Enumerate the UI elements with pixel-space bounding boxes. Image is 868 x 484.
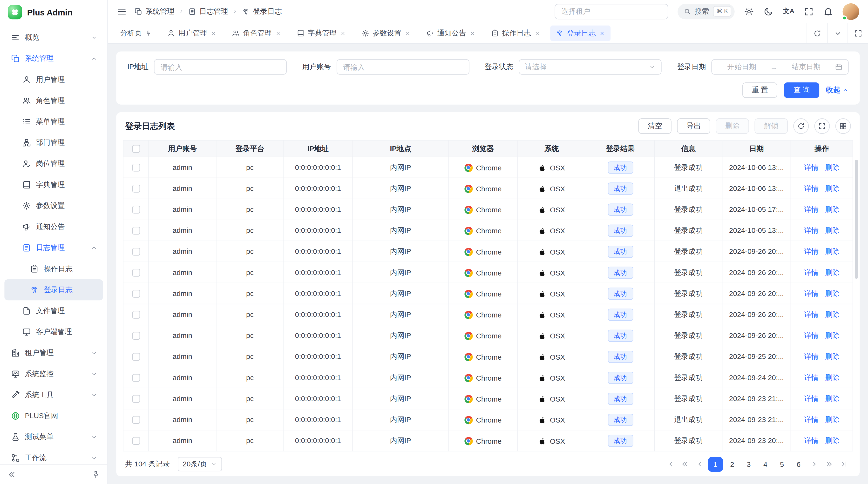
remove-link[interactable]: 删除 <box>825 247 840 255</box>
tab-menu-icon[interactable] <box>827 23 847 43</box>
status-filter-select[interactable]: 请选择 <box>519 59 661 75</box>
row-checkbox[interactable] <box>132 206 140 214</box>
sidebar-item-dict-management[interactable]: 字典管理 <box>4 174 103 195</box>
row-checkbox[interactable] <box>132 374 140 382</box>
collapse-sidebar-icon[interactable] <box>7 470 16 479</box>
sidebar-item-client-management[interactable]: 客户端管理 <box>4 321 103 342</box>
row-checkbox[interactable] <box>132 248 140 256</box>
detail-link[interactable]: 详情 <box>804 268 818 276</box>
remove-link[interactable]: 删除 <box>825 373 840 381</box>
tab-close-icon[interactable] <box>275 30 281 36</box>
breadcrumb-item-log-management[interactable]: 日志管理 <box>188 6 228 16</box>
select-all-checkbox[interactable] <box>132 145 140 153</box>
app-logo[interactable]: Plus Admin <box>0 0 107 24</box>
sidebar-item-test-menu[interactable]: 测试菜单 <box>4 426 103 447</box>
detail-link[interactable]: 详情 <box>804 310 818 318</box>
tab-dict-management[interactable]: 字典管理 <box>291 26 351 41</box>
tab-close-icon[interactable] <box>210 30 216 36</box>
remove-link[interactable]: 删除 <box>825 331 840 339</box>
table-scrollbar[interactable] <box>855 159 858 450</box>
row-checkbox[interactable] <box>132 395 140 403</box>
fullscreen-table-icon[interactable] <box>814 118 830 134</box>
sidebar-item-workflow[interactable]: 工作流 <box>4 448 103 464</box>
unlock-button[interactable]: 解锁 <box>754 118 788 134</box>
sidebar-item-user-management[interactable]: 用户管理 <box>4 69 103 90</box>
maximize-content-icon[interactable] <box>847 23 868 43</box>
remove-link[interactable]: 删除 <box>825 226 840 234</box>
detail-link[interactable]: 详情 <box>804 205 818 213</box>
remove-link[interactable]: 删除 <box>825 415 840 423</box>
next-page-button[interactable] <box>808 457 821 471</box>
delete-button[interactable]: 删除 <box>716 118 749 134</box>
tab-operation-log[interactable]: 操作日志 <box>486 26 546 41</box>
refresh-table-icon[interactable] <box>793 118 809 134</box>
export-button[interactable]: 导出 <box>677 118 710 134</box>
last-page-button[interactable] <box>838 457 851 471</box>
jump-back-button[interactable] <box>678 457 691 471</box>
detail-link[interactable]: 详情 <box>804 394 818 402</box>
row-checkbox[interactable] <box>132 290 140 298</box>
page-6-button[interactable]: 6 <box>791 456 806 472</box>
remove-link[interactable]: 删除 <box>825 310 840 318</box>
dark-mode-icon[interactable] <box>764 6 774 16</box>
detail-link[interactable]: 详情 <box>804 352 818 360</box>
sidebar-item-login-log[interactable]: 登录日志 <box>4 279 103 300</box>
sidebar-item-log-management[interactable]: 日志管理 <box>4 237 103 258</box>
tab-role-management[interactable]: 角色管理 <box>226 26 287 41</box>
first-page-button[interactable] <box>663 457 677 471</box>
tab-close-icon[interactable] <box>469 30 475 36</box>
sidebar-item-system-tools[interactable]: 系统工具 <box>4 384 103 406</box>
settings-icon[interactable] <box>744 6 754 16</box>
page-4-button[interactable]: 4 <box>758 456 773 472</box>
column-settings-icon[interactable] <box>835 118 851 134</box>
sidebar-item-role-management[interactable]: 角色管理 <box>4 90 103 111</box>
jump-forward-button[interactable] <box>823 457 836 471</box>
page-2-button[interactable]: 2 <box>724 456 740 472</box>
remove-link[interactable]: 删除 <box>825 184 840 192</box>
sidebar-item-tenant-management[interactable]: 租户管理 <box>4 343 103 363</box>
date-range-picker[interactable]: 开始日期 → 结束日期 <box>711 59 848 75</box>
page-1-button[interactable]: 1 <box>708 456 723 472</box>
detail-link[interactable]: 详情 <box>804 415 818 423</box>
breadcrumb-item-login-log[interactable]: 登录日志 <box>242 6 282 16</box>
sidebar-item-notice[interactable]: 通知公告 <box>4 216 103 237</box>
row-checkbox[interactable] <box>132 269 140 277</box>
refresh-page-icon[interactable] <box>807 23 827 43</box>
account-filter-input[interactable] <box>337 59 469 75</box>
remove-link[interactable]: 删除 <box>825 268 840 276</box>
avatar[interactable] <box>843 3 859 20</box>
row-checkbox[interactable] <box>132 185 140 193</box>
page-size-select[interactable]: 20条/页 <box>178 457 222 472</box>
tab-analysis[interactable]: 分析页 <box>115 26 157 41</box>
detail-link[interactable]: 详情 <box>804 163 818 171</box>
row-checkbox[interactable] <box>132 353 140 361</box>
row-checkbox[interactable] <box>132 332 140 340</box>
page-5-button[interactable]: 5 <box>774 456 789 472</box>
detail-link[interactable]: 详情 <box>804 436 818 445</box>
pin-sidebar-icon[interactable] <box>91 470 100 479</box>
detail-link[interactable]: 详情 <box>804 373 818 381</box>
row-checkbox[interactable] <box>132 416 140 424</box>
global-search[interactable]: 搜索 ⌘ K <box>678 4 735 19</box>
tab-close-icon[interactable] <box>534 30 540 36</box>
clear-button[interactable]: 清空 <box>638 118 672 134</box>
remove-link[interactable]: 删除 <box>825 205 840 213</box>
tab-login-log[interactable]: 登录日志 <box>550 26 611 41</box>
remove-link[interactable]: 删除 <box>825 352 840 360</box>
collapse-filters-link[interactable]: 收起 <box>826 85 849 95</box>
sidebar-item-param-settings[interactable]: 参数设置 <box>4 195 103 216</box>
row-checkbox[interactable] <box>132 311 140 319</box>
notifications-icon[interactable] <box>823 6 833 16</box>
remove-link[interactable]: 删除 <box>825 289 840 297</box>
remove-link[interactable]: 删除 <box>825 163 840 171</box>
detail-link[interactable]: 详情 <box>804 331 818 339</box>
remove-link[interactable]: 删除 <box>825 436 840 445</box>
row-checkbox[interactable] <box>132 164 140 172</box>
scrollbar-thumb[interactable] <box>855 160 858 279</box>
tab-user-management[interactable]: 用户管理 <box>161 26 222 41</box>
query-button[interactable]: 查 询 <box>784 83 819 98</box>
tab-close-icon[interactable] <box>340 30 346 36</box>
ip-filter-input[interactable] <box>154 59 287 75</box>
sidebar-item-file-management[interactable]: 文件管理 <box>4 300 103 321</box>
page-3-button[interactable]: 3 <box>741 456 756 472</box>
